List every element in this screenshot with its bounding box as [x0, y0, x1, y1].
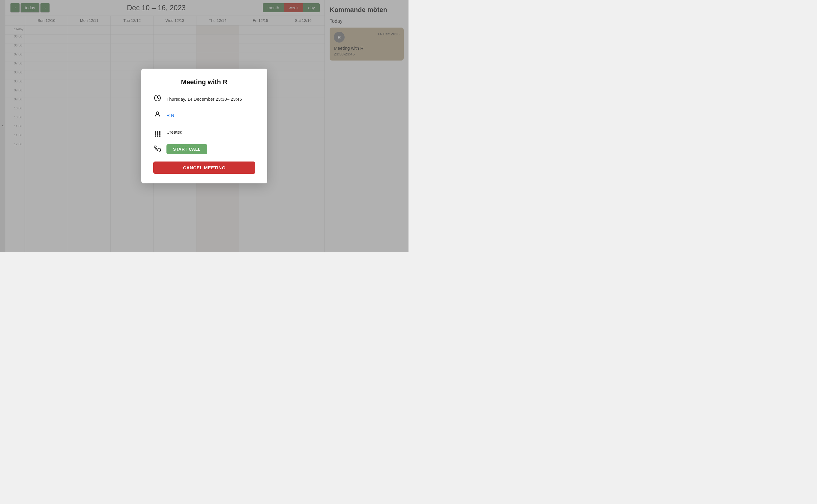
person-icon [153, 111, 162, 120]
modal-status-row: Created [153, 127, 255, 137]
cancel-meeting-button[interactable]: CANCEL MEETING [153, 162, 255, 174]
modal-title: Meeting with R [153, 78, 255, 86]
modal-datetime-text: Thursday, 14 December 23:30– 23:45 [166, 96, 242, 102]
calendar-wrapper: › ‹ today › Dec 10 – 16, 2023 month week… [0, 0, 408, 252]
modal-call-row: START CALL [153, 144, 255, 154]
grid-icon [153, 127, 162, 137]
modal-datetime-row: Thursday, 14 December 23:30– 23:45 [153, 94, 255, 103]
modal-overlay: Meeting with R Thursday, 14 December 23:… [0, 0, 408, 252]
start-call-button[interactable]: START CALL [166, 144, 207, 154]
modal: Meeting with R Thursday, 14 December 23:… [141, 69, 267, 183]
modal-attendee-row: R N [153, 111, 255, 120]
modal-status-text: Created [166, 129, 182, 135]
phone-icon [153, 145, 162, 154]
attendee-link[interactable]: R N [166, 113, 174, 118]
clock-icon [153, 94, 162, 103]
svg-point-1 [156, 112, 159, 114]
